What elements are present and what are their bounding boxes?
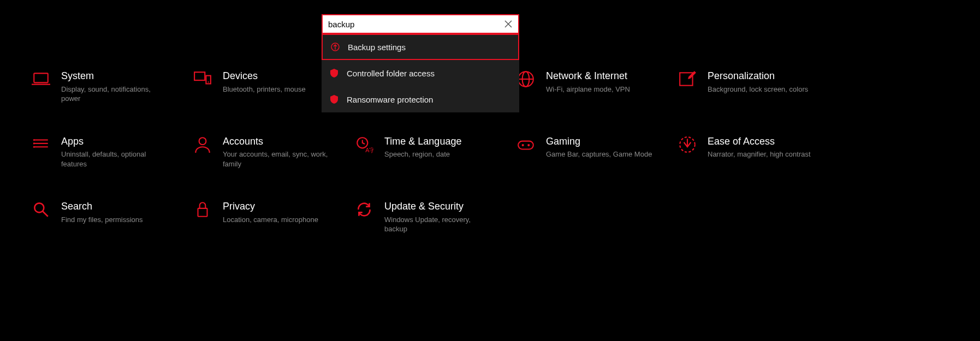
shield-icon xyxy=(329,94,339,104)
pencil-icon xyxy=(678,70,697,88)
category-description: Bluetooth, printers, mouse xyxy=(223,85,306,94)
clear-icon[interactable] xyxy=(504,20,513,28)
lock-icon xyxy=(193,200,212,219)
devices-icon xyxy=(193,70,212,88)
category-description: Uninstall, defaults, optional features xyxy=(61,149,170,169)
category-title: Search xyxy=(61,200,143,213)
category-privacy[interactable]: PrivacyLocation, camera, microphone xyxy=(193,200,352,234)
category-title: Time & Language xyxy=(384,135,461,148)
person-icon xyxy=(193,135,212,154)
laptop-icon xyxy=(32,70,50,88)
category-description: Speech, region, date xyxy=(384,149,461,159)
search-suggestions: Backup settingsControlled folder accessR… xyxy=(322,34,519,112)
category-time[interactable]: Time & LanguageSpeech, region, date xyxy=(355,135,513,169)
apps-icon xyxy=(32,135,50,154)
category-title: Devices xyxy=(223,70,306,82)
search-box[interactable] xyxy=(322,14,519,34)
search-icon xyxy=(32,200,50,219)
category-description: Background, lock screen, colors xyxy=(708,85,808,94)
category-network[interactable]: Network & InternetWi-Fi, airplane mode, … xyxy=(516,70,675,104)
category-search[interactable]: SearchFind my files, permissions xyxy=(32,200,190,234)
category-accounts[interactable]: AccountsYour accounts, email, sync, work… xyxy=(193,135,352,169)
category-description: Find my files, permissions xyxy=(61,215,143,225)
category-apps[interactable]: AppsUninstall, defaults, optional featur… xyxy=(32,135,190,169)
search-suggestion[interactable]: Controlled folder access xyxy=(322,60,519,86)
category-description: Windows Update, recovery, backup xyxy=(384,215,494,234)
update-icon xyxy=(355,200,373,219)
category-system[interactable]: SystemDisplay, sound, notifications, pow… xyxy=(32,70,190,104)
gamepad-icon xyxy=(516,135,535,154)
search-suggestion[interactable]: Backup settings xyxy=(322,34,519,60)
ease-icon xyxy=(678,135,697,154)
category-description: Game Bar, captures, Game Mode xyxy=(546,149,652,159)
category-description: Location, camera, microphone xyxy=(223,215,318,225)
category-title: Update & Security xyxy=(384,200,494,213)
search-input[interactable] xyxy=(328,20,504,29)
suggestion-label: Backup settings xyxy=(348,43,406,52)
search-suggestion[interactable]: Ransomware protection xyxy=(322,86,519,112)
search-area: Backup settingsControlled folder accessR… xyxy=(322,14,519,112)
category-title: System xyxy=(61,70,170,82)
category-update[interactable]: Update & SecurityWindows Update, recover… xyxy=(355,200,513,234)
backup-icon xyxy=(330,42,340,52)
category-ease[interactable]: Ease of AccessNarrator, magnifier, high … xyxy=(678,135,836,169)
category-title: Accounts xyxy=(223,135,332,148)
category-title: Privacy xyxy=(223,200,318,213)
category-title: Network & Internet xyxy=(546,70,630,82)
suggestion-label: Controlled folder access xyxy=(347,69,435,78)
category-title: Ease of Access xyxy=(708,135,811,148)
time-icon xyxy=(355,135,373,154)
category-title: Gaming xyxy=(546,135,652,148)
category-description: Wi-Fi, airplane mode, VPN xyxy=(546,85,630,94)
shield-icon xyxy=(329,68,339,78)
category-title: Personalization xyxy=(708,70,808,82)
category-title: Apps xyxy=(61,135,170,148)
category-description: Your accounts, email, sync, work, family xyxy=(223,149,332,169)
category-description: Narrator, magnifier, high contrast xyxy=(708,149,811,159)
suggestion-label: Ransomware protection xyxy=(347,95,433,104)
category-personalization[interactable]: PersonalizationBackground, lock screen, … xyxy=(678,70,836,104)
category-gaming[interactable]: GamingGame Bar, captures, Game Mode xyxy=(516,135,675,169)
globe-icon xyxy=(516,70,535,88)
category-description: Display, sound, notifications, power xyxy=(61,85,170,104)
